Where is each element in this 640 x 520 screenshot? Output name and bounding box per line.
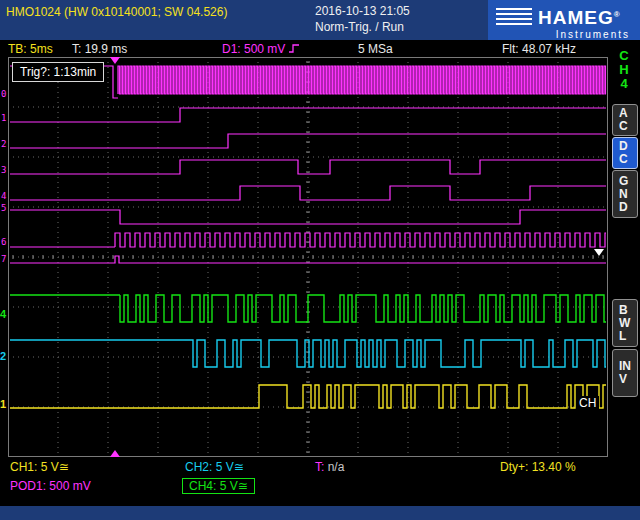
trigger-measure-label: T: — [315, 460, 324, 474]
timebase-readout: TB: 5ms — [8, 42, 53, 56]
digital-channel-label-3: 3 — [1, 166, 6, 175]
trace-pod1-d2 — [10, 134, 606, 148]
logo-stripes-icon — [496, 8, 532, 25]
digital-channel-label-2: 2 — [1, 140, 6, 149]
ch4-trace-label: 4 — [0, 309, 6, 320]
marker-tri-down — [594, 249, 604, 256]
registered-mark: ® — [614, 10, 621, 19]
trigger-source-readout: D1: 500 mV — [222, 42, 285, 56]
softkey-invert[interactable]: INV — [612, 349, 638, 397]
softkey-dc-coupling[interactable]: DC — [612, 137, 638, 169]
oscilloscope-screen: HMO1024 (HW 0x10140001; SW 04.526) 2016-… — [0, 0, 640, 520]
ch1-settings-readout: CH1: 5 V≅ — [10, 460, 69, 474]
waveform-canvas — [8, 57, 608, 457]
digital-channel-label-6: 6 — [1, 238, 6, 247]
marker-tri-down — [110, 57, 120, 64]
brand-subtitle: Instruments — [488, 29, 640, 40]
filter-readout: Flt: 48.07 kHz — [502, 42, 576, 56]
trace-pod1-d0 — [118, 66, 606, 94]
marker-tri-up — [110, 450, 120, 457]
softkey-ac-coupling[interactable]: AC — [612, 104, 638, 136]
ch2-trace-label: 2 — [0, 351, 6, 362]
brand-name: HAMEG — [538, 7, 614, 28]
ch2-settings-readout: CH2: 5 V≅ — [185, 460, 244, 474]
pod1-settings-readout: POD1: 500 mV — [10, 479, 91, 493]
digital-channel-label-7: 7 — [1, 255, 6, 264]
sample-rate-readout: 5 MSa — [358, 42, 393, 56]
trace-pod1-d6 — [115, 233, 606, 247]
digital-channel-label-4: 4 — [1, 192, 6, 201]
waveform-graticule — [8, 57, 608, 457]
trace-ch4 — [120, 295, 606, 322]
trace-pod1-d1 — [10, 108, 606, 122]
ch1-trace-label: 1 — [0, 399, 6, 410]
channel-overlay-label: CH — [576, 396, 599, 410]
trace-ch2 — [185, 340, 606, 367]
trigger-run-status: Norm-Trig. / Run — [315, 20, 404, 34]
ch4-settings-readout-selected: CH4: 5 V≅ — [182, 478, 255, 494]
footer-bar — [0, 506, 640, 520]
trace-ch1 — [255, 385, 606, 408]
softkey-bandwidth-limit[interactable]: BWL — [612, 299, 638, 347]
trigger-measure-value: n/a — [328, 460, 345, 474]
device-info: HMO1024 (HW 0x10140001; SW 04.526) — [6, 5, 227, 19]
digital-channel-label-5: 5 — [1, 204, 6, 213]
rising-edge-icon — [288, 43, 300, 57]
horizontal-position-readout: T: 19.9 ms — [72, 42, 127, 56]
hameg-logo: HAMEG® Instruments — [488, 0, 640, 40]
duty-cycle-readout: Dty+: 13.40 % — [500, 460, 576, 474]
trigger-info-box: Trig?: 1:13min — [12, 62, 104, 82]
digital-channel-label-1: 1 — [1, 114, 6, 123]
sidebar-channel-title: CH4 — [612, 49, 636, 91]
digital-channel-label-0: 0 — [1, 90, 6, 99]
softkey-ground[interactable]: GND — [612, 170, 638, 218]
header-bar: HMO1024 (HW 0x10140001; SW 04.526) 2016-… — [0, 0, 640, 40]
datetime: 2016-10-13 21:05 — [315, 4, 410, 18]
